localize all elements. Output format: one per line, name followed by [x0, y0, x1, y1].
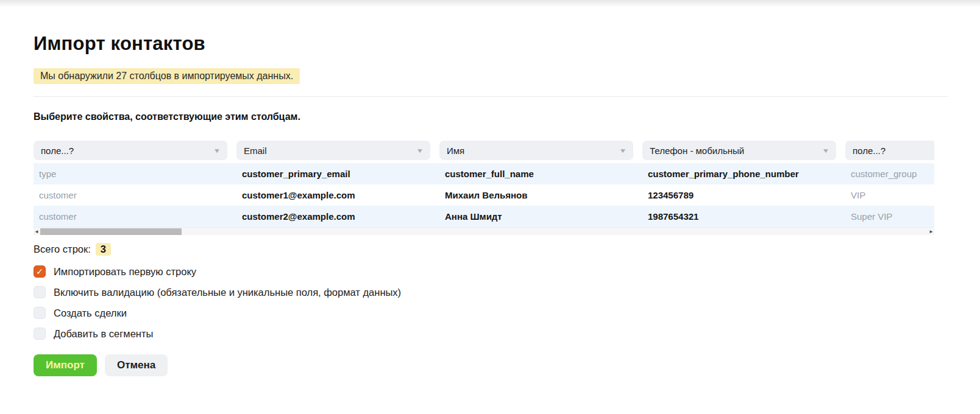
- scroll-right-icon[interactable]: ►: [928, 228, 934, 235]
- page-title: Импорт контактов: [34, 33, 980, 55]
- option-enable-validation[interactable]: ✓ Включить валидацию (обязательные и уни…: [34, 286, 980, 298]
- property-select-4[interactable]: Телефон - мобильный ▼: [642, 141, 836, 160]
- property-select-1-value: поле...?: [41, 146, 74, 156]
- table-cell: Анна Шмидт: [439, 211, 642, 222]
- form-actions: Импорт Отмена: [34, 354, 980, 376]
- cancel-button[interactable]: Отмена: [105, 354, 168, 376]
- property-select-5-value: поле...?: [853, 146, 886, 156]
- property-select-1[interactable]: поле...? ▼: [34, 141, 227, 160]
- table-cell: 123456789: [642, 190, 845, 200]
- table-cell: customer: [34, 190, 236, 200]
- property-select-5[interactable]: поле...? ▼: [845, 141, 934, 160]
- table-cell: Михаил Вельянов: [439, 190, 642, 200]
- column-mapping-scroll-area: поле...? ▼ Email ▼ Имя ▼ Телефон - мобил…: [34, 141, 934, 235]
- property-select-3-value: Имя: [447, 146, 464, 156]
- window-top-edge: [0, 0, 980, 7]
- table-cell: customer_primary_phone_number: [642, 169, 845, 179]
- option-label: Включить валидацию (обязательные и уника…: [54, 287, 401, 298]
- table-row: customer customer1@example.com Михаил Ве…: [34, 184, 934, 206]
- table-cell: VIP: [845, 190, 934, 200]
- option-create-deals[interactable]: ✓ Создать сделки: [34, 307, 980, 319]
- option-label: Добавить в сегменты: [54, 328, 153, 340]
- checkbox-create-deals[interactable]: ✓: [34, 307, 46, 319]
- table-cell: customer: [34, 211, 236, 222]
- chevron-down-icon: ▼: [213, 147, 221, 154]
- table-cell: customer1@example.com: [236, 190, 439, 200]
- total-rows-label: Всего строк:: [34, 244, 91, 255]
- checkbox-enable-validation[interactable]: ✓: [34, 286, 46, 298]
- total-rows: Всего строк: 3: [34, 243, 980, 256]
- option-add-to-segments[interactable]: ✓ Добавить в сегменты: [34, 328, 980, 340]
- check-icon: ✓: [36, 267, 43, 276]
- import-preview-table: type customer_primary_email customer_ful…: [34, 163, 934, 227]
- divider: [34, 96, 948, 97]
- chevron-down-icon: ▼: [822, 147, 830, 154]
- chevron-down-icon: ▼: [619, 147, 627, 154]
- table-row: customer customer2@example.com Анна Шмид…: [34, 206, 934, 227]
- table-cell: customer_primary_email: [236, 169, 439, 179]
- table-row: type customer_primary_email customer_ful…: [34, 163, 934, 184]
- property-select-4-value: Телефон - мобильный: [650, 146, 744, 156]
- property-select-2[interactable]: Email ▼: [236, 141, 430, 160]
- chevron-down-icon: ▼: [416, 147, 424, 154]
- option-import-first-row[interactable]: ✓ Импортировать первую строку: [34, 265, 980, 278]
- import-options: ✓ Импортировать первую строку ✓ Включить…: [34, 265, 980, 340]
- table-cell: type: [34, 169, 236, 179]
- scrollbar-thumb[interactable]: [40, 228, 182, 235]
- mapping-instruction: Выберите свойства, соответствующие этим …: [34, 111, 980, 122]
- total-rows-count-badge: 3: [96, 243, 111, 256]
- property-select-3[interactable]: Имя ▼: [439, 141, 633, 160]
- option-label: Создать сделки: [54, 307, 127, 319]
- horizontal-scrollbar[interactable]: ◄ ►: [34, 227, 934, 235]
- import-contacts-page: Импорт контактов Мы обнаружили 27 столбц…: [0, 33, 980, 376]
- table-cell: customer2@example.com: [236, 211, 439, 222]
- checkbox-import-first-row[interactable]: ✓: [34, 265, 46, 278]
- table-cell: customer_full_name: [439, 169, 642, 179]
- table-cell: 1987654321: [642, 211, 845, 222]
- property-select-2-value: Email: [244, 146, 267, 156]
- columns-detected-alert: Мы обнаружили 27 столбцов в импортируемы…: [34, 68, 300, 84]
- table-cell: customer_group: [845, 169, 934, 179]
- checkbox-add-to-segments[interactable]: ✓: [34, 328, 46, 340]
- table-cell: Super VIP: [845, 211, 934, 222]
- scroll-left-icon[interactable]: ◄: [34, 228, 40, 235]
- option-label: Импортировать первую строку: [54, 266, 196, 278]
- import-button[interactable]: Импорт: [34, 354, 97, 376]
- property-selects-row: поле...? ▼ Email ▼ Имя ▼ Телефон - мобил…: [34, 141, 934, 160]
